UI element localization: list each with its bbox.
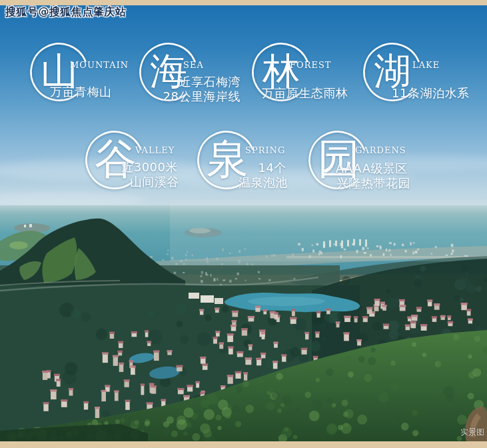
badge-english-label: GARDENS (355, 145, 406, 155)
badge-english-label: LAKE (412, 60, 440, 70)
feature-badge-forest: 林 FOREST 万亩原生态雨林 (252, 43, 375, 117)
badge-description-line: 温泉泡池 (239, 175, 288, 191)
badge-description-line: 14个 (258, 160, 286, 176)
badge-english-label: VALLEY (135, 145, 175, 155)
bottom-strip (0, 441, 487, 448)
badge-description-line: 近享石梅湾 (179, 74, 241, 90)
badge-description-line: 兴隆热带花园 (336, 175, 410, 191)
watermark-photo-label: 实景图 (460, 427, 484, 438)
badge-description-line: 近3000米 (121, 159, 178, 175)
feature-badge-gardens: 园 GARDENS AAAA级景区兴隆热带花园 (308, 131, 432, 205)
badge-description-line: 万亩青梅山 (50, 84, 112, 100)
promo-poster: 搜狐号@搜狐焦点肇庆站 实景图 山 MOUNTAIN 万亩青梅山 海 SEA 近… (0, 0, 487, 448)
badge-description-line: 山间溪谷 (130, 174, 179, 190)
badge-english-label: FOREST (290, 60, 332, 70)
feature-badge-sea: 海 SEA 近享石梅湾28公里海岸线 (139, 43, 262, 117)
feature-badge-mountain: 山 MOUNTAIN 万亩青梅山 (30, 43, 153, 117)
top-strip (0, 0, 487, 5)
badge-english-label: SPRING (245, 145, 285, 155)
badge-description-line: AAAA级景区 (336, 161, 408, 177)
badge-english-label: MOUNTAIN (70, 60, 129, 70)
feature-badge-valley: 谷 VALLEY 近3000米山间溪谷 (85, 131, 209, 205)
badge-description-line: 万亩原生态雨林 (262, 85, 348, 101)
watermark-sohu: 搜狐号@搜狐焦点肇庆站 (5, 5, 127, 19)
feature-badge-lake: 湖 LAKE 11条湖泊水系 (363, 43, 486, 117)
badge-english-label: SEA (183, 60, 204, 70)
feature-badge-spring: 泉 SPRING 14个温泉泡池 (197, 131, 320, 205)
badge-description-line: 11条湖泊水系 (392, 85, 469, 101)
badge-description-line: 28公里海岸线 (163, 89, 241, 105)
